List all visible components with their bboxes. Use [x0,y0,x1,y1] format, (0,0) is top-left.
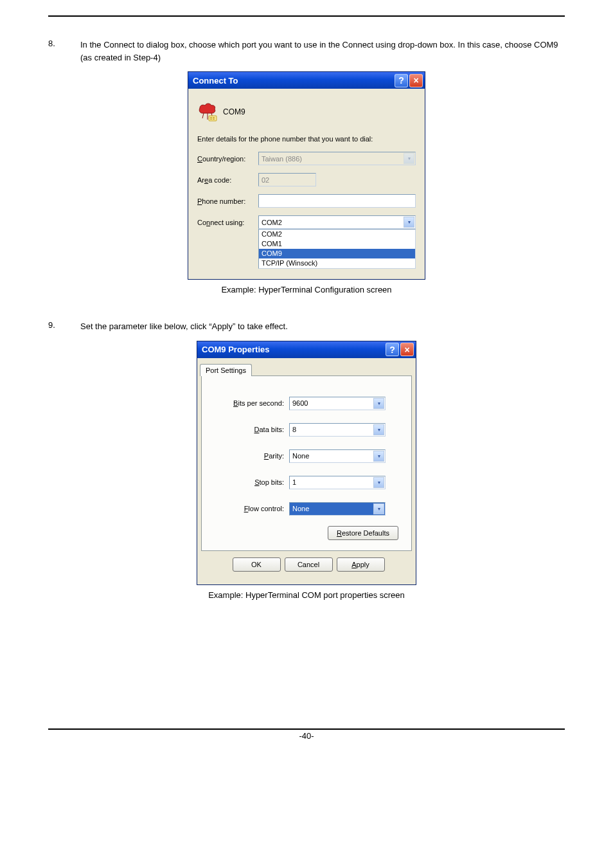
chevron-down-icon[interactable]: ▾ [373,451,384,462]
chevron-down-icon: ▾ [404,153,414,164]
flow-control-value: None [292,505,309,512]
parity-label: Parity: [212,452,289,460]
step-9-text: Set the parameter like below, click “App… [80,320,565,333]
dialog-title: COM9 Properties [202,345,384,354]
area-code-value: 02 [262,176,269,184]
help-icon: ? [389,345,395,355]
step-8-num: 8. [48,39,80,64]
country-value: Taiwan (886) [262,155,302,163]
help-icon: ? [398,75,404,86]
step-8: 8. In the Connect to dialog box, choose … [48,39,565,64]
dropdown-option-selected[interactable]: COM9 [259,249,415,258]
chevron-down-icon[interactable]: ▾ [373,424,384,435]
dialog-title: Connect To [193,76,393,86]
country-combo: Taiwan (886) ▾ [258,152,416,165]
close-icon: × [404,345,409,355]
connect-using-label: Connect using: [197,219,258,226]
chevron-down-icon[interactable]: ▾ [373,503,384,514]
apply-button[interactable]: Apply [337,557,385,572]
connection-name: COM9 [223,107,245,116]
connection-icon [197,102,218,122]
footer-rule [48,728,565,730]
com-properties-dialog: COM9 Properties ? × Port Settings Bits p… [197,341,416,585]
bits-per-second-combo[interactable]: 9600 ▾ [289,397,386,410]
port-settings-panel: Bits per second: 9600 ▾ Data bits: 8 ▾ [201,375,412,551]
svg-rect-2 [213,117,215,118]
data-bits-label: Data bits: [212,426,289,433]
close-button[interactable]: × [409,74,423,87]
step-9: 9. Set the parameter like below, click “… [48,320,565,333]
stop-bits-combo[interactable]: 1 ▾ [289,476,386,489]
close-button[interactable]: × [400,343,414,356]
dropdown-option[interactable]: COM1 [259,239,415,249]
dropdown-option[interactable]: TCP/IP (Winsock) [259,258,415,268]
page-number: -40- [48,731,565,741]
stop-bits-label: Stop bits: [212,478,289,486]
dialog-titlebar: Connect To ? × [188,72,425,89]
chevron-down-icon[interactable]: ▾ [404,217,414,228]
bits-per-second-value: 9600 [292,399,308,407]
dialog-titlebar: COM9 Properties ? × [197,341,416,358]
caption-2: Example: HyperTerminal COM port properti… [48,590,565,600]
caption-1: Example: HyperTerminal Configuration scr… [48,285,565,294]
svg-rect-1 [210,117,212,118]
svg-rect-3 [210,119,212,120]
dialog-prompt: Enter details for the phone number that … [197,135,416,143]
parity-value: None [292,452,309,460]
phone-label: Phone number: [197,197,258,205]
help-button[interactable]: ? [395,74,408,87]
help-button[interactable]: ? [386,343,399,356]
connect-using-value: COM2 [262,219,282,226]
country-label: Country/region: [197,155,258,163]
data-bits-combo[interactable]: 8 ▾ [289,423,386,437]
ok-button[interactable]: OK [233,557,281,572]
connect-using-combo[interactable]: COM2 ▾ [258,215,416,229]
chevron-down-icon[interactable]: ▾ [373,398,384,409]
dropdown-option[interactable]: COM2 [259,230,415,239]
step-9-num: 9. [48,320,80,333]
port-settings-tab[interactable]: Port Settings [200,364,252,376]
top-rule [48,15,565,17]
phone-input[interactable] [258,194,416,208]
stop-bits-value: 1 [292,478,296,486]
restore-defaults-button[interactable]: Restore Defaults [328,526,398,540]
parity-combo[interactable]: None ▾ [289,449,386,463]
svg-rect-0 [209,116,217,121]
close-icon: × [413,75,418,86]
chevron-down-icon[interactable]: ▾ [373,477,384,488]
area-code-input: 02 [258,173,316,186]
data-bits-value: 8 [292,426,296,433]
bits-per-second-label: Bits per second: [212,399,289,407]
flow-control-label: Flow control: [212,505,289,512]
cancel-button[interactable]: Cancel [285,557,333,572]
flow-control-combo[interactable]: None ▾ [289,502,386,516]
step-8-text: In the Connect to dialog box, choose whi… [80,39,565,64]
svg-rect-4 [213,119,215,120]
connect-using-dropdown[interactable]: COM2 COM1 COM9 TCP/IP (Winsock) [258,229,416,269]
connect-to-dialog: Connect To ? × [188,71,425,280]
area-code-label: Area code: [197,176,258,184]
